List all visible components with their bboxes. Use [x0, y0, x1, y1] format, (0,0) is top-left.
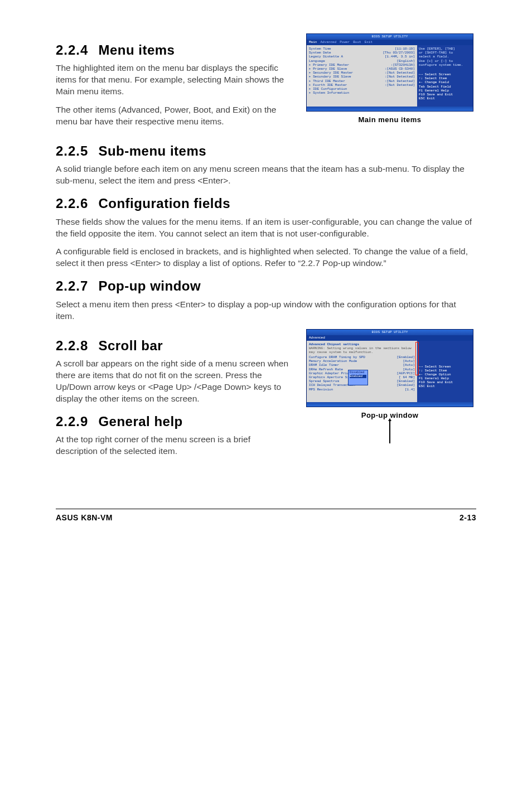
para-227-1: Select a menu item then press <Enter> to…: [56, 299, 476, 322]
bios2-right-pane: ←→ Select Screen ↑↓ Select Item +- Chang…: [417, 341, 473, 402]
para-228-1: A scroll bar appears on the right side o…: [56, 358, 292, 405]
arrow-down-icon: [389, 420, 390, 443]
heading-229: 2.2.9General help: [56, 413, 292, 431]
para-226-1: These fields show the values for the men…: [56, 216, 476, 240]
heading-225: 2.2.5Sub-menu items: [56, 142, 476, 160]
bios2-tabs: Advanced: [307, 335, 473, 341]
bios-main-screenshot: BIOS SETUP UTILITY Main Advanced Power B…: [306, 33, 473, 112]
footer-right: 2-13: [460, 513, 476, 523]
bios-advanced-screenshot: BIOS SETUP UTILITY Advanced Advanced Chi…: [306, 329, 473, 407]
bios-left-pane: System Time[11:10:19] System Date[Thu 03…: [307, 45, 417, 107]
caption-main-menu-items: Main menu items: [359, 115, 422, 125]
popup-options-box: Disabled Enabled: [348, 370, 368, 385]
popup-caption-block: Pop-up window: [361, 407, 419, 444]
heading-227: 2.2.7Pop-up window: [56, 277, 476, 295]
heading-224: 2.2.4Menu items: [56, 41, 292, 59]
heading-228: 2.2.8Scroll bar: [56, 337, 292, 355]
para-224-2: The other items (Advanced, Power, Boot, …: [56, 104, 292, 128]
bios-titlebar: BIOS SETUP UTILITY: [307, 34, 473, 40]
bios2-left-pane: Advanced Chipset settings WARNING: Setti…: [307, 341, 417, 402]
bios2-titlebar: BIOS SETUP UTILITY: [307, 330, 473, 335]
footer-left: ASUS K8N-VM: [56, 513, 113, 523]
para-229-1: At the top right corner of the menu scre…: [56, 434, 292, 457]
para-226-2: A configurable field is enclosed in brac…: [56, 246, 476, 269]
heading-226: 2.2.6Configuration fields: [56, 195, 476, 212]
scrollbar-highlight: [415, 342, 419, 375]
bios-right-pane: Use [ENTER], [TAB] or [SHIFT-TAB] to sel…: [417, 45, 473, 107]
para-225-1: A solid triangle before each item on any…: [56, 163, 476, 187]
page-footer: ASUS K8N-VM 2-13: [56, 509, 476, 523]
bios-tabs: Main Advanced Power Boot Exit: [307, 40, 473, 45]
para-224-1: The highlighted item on the menu bar dis…: [56, 62, 292, 98]
